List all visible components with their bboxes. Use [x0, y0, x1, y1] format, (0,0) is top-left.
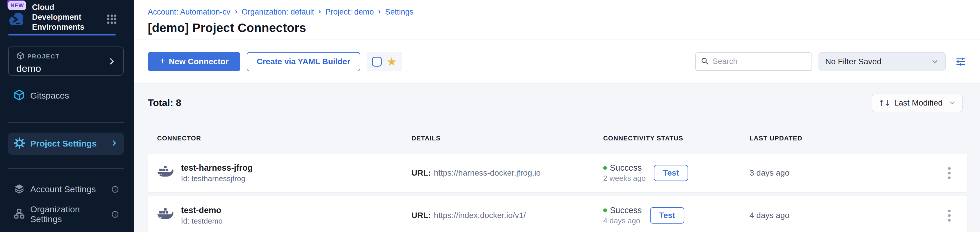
last-updated: 4 days ago: [749, 196, 931, 232]
sort-dropdown[interactable]: ↑↓ Last Modified: [872, 94, 963, 112]
layers-gear-icon: [13, 183, 25, 195]
gear-icon: [14, 138, 25, 150]
favorites-filter-group: ★: [367, 52, 402, 71]
star-icon[interactable]: ★: [387, 56, 397, 67]
connector-list-area: Total: 8 ↑↓ Last Modified CONNECTOR DETA…: [134, 83, 980, 232]
new-connector-button[interactable]: + New Connector: [148, 52, 240, 71]
connector-row[interactable]: test-harness-jfrog Id: testharnessjfrog …: [148, 154, 967, 192]
docker-whale-icon: [157, 165, 174, 181]
main-content: Account: Automation-cv › Organization: d…: [134, 0, 980, 232]
sidebar-divider: [8, 122, 124, 123]
column-header-details: DETAILS: [411, 135, 603, 142]
search-icon: [700, 57, 709, 67]
page-title: [demo] Project Connectors: [148, 21, 980, 35]
connector-name: test-harness-jfrog: [181, 163, 253, 173]
connector-id: Id: testharnessjfrog: [181, 174, 253, 183]
sidebar-divider: [8, 168, 124, 168]
success-status-dot: [603, 208, 607, 212]
breadcrumb-separator-icon: ›: [235, 7, 237, 16]
connector-id: Id: testdemo: [181, 216, 223, 226]
chevron-right-icon: [110, 139, 118, 148]
sidebar-item-label: Project Settings: [30, 139, 97, 149]
project-label: PROJECT: [27, 53, 60, 60]
project-cube-icon: [16, 52, 24, 61]
test-connection-button[interactable]: Test: [654, 165, 688, 181]
last-updated: 3 days ago: [749, 154, 931, 192]
search-input[interactable]: [713, 57, 807, 66]
breadcrumb-account-link[interactable]: Account: Automation-cv: [148, 8, 231, 17]
url-label: URL:: [411, 168, 431, 178]
new-badge: NEW: [8, 1, 26, 10]
status-time: 4 days ago: [603, 216, 642, 225]
saved-filter-dropdown[interactable]: No Filter Saved: [819, 52, 946, 71]
page-header: Account: Automation-cv › Organization: d…: [134, 0, 980, 40]
table-header: CONNECTOR DETAILS CONNECTIVITY STATUS LA…: [148, 135, 967, 142]
docker-whale-icon: [157, 208, 174, 223]
sidebar: NEW Cloud Development Environments: [0, 0, 134, 232]
saved-filter-value: No Filter Saved: [825, 57, 881, 66]
sidebar-item-gitspaces[interactable]: Gitspaces: [8, 87, 124, 104]
chevron-right-icon: [107, 57, 116, 67]
sidebar-item-account-settings[interactable]: Account Settings: [8, 181, 124, 198]
row-menu-dots-icon[interactable]: [945, 207, 953, 224]
sidebar-item-label: Gitspaces: [30, 91, 69, 100]
column-header-last-updated: LAST UPDATED: [749, 135, 931, 142]
breadcrumb: Account: Automation-cv › Organization: d…: [148, 8, 980, 17]
breadcrumb-organization-link[interactable]: Organization: default: [242, 8, 314, 17]
plus-icon: +: [159, 55, 165, 67]
row-menu-dots-icon[interactable]: [945, 164, 953, 182]
sidebar-item-organization-settings[interactable]: Organization Settings: [8, 206, 124, 223]
brand-title: Cloud Development Environments: [32, 2, 105, 32]
breadcrumb-project-link[interactable]: Project: demo: [325, 8, 374, 17]
test-connection-button[interactable]: Test: [650, 207, 684, 224]
success-status-dot: [603, 166, 607, 170]
chevron-down-icon: [931, 57, 939, 66]
search-box: [695, 52, 812, 71]
connector-url: https://harness-docker.jfrog.io: [434, 168, 541, 178]
connector-row[interactable]: test-demo Id: testdemo URL: https://inde…: [148, 196, 967, 232]
sidebar-item-label: Account Settings: [30, 184, 96, 194]
chevron-down-icon: [948, 99, 956, 107]
status-time: 2 weeks ago: [603, 174, 646, 183]
breadcrumb-settings-link[interactable]: Settings: [385, 8, 414, 17]
sort-arrows-icon: ↑↓: [878, 98, 890, 108]
connector-name: test-demo: [181, 205, 223, 215]
gitspaces-cube-icon: [13, 89, 25, 102]
breadcrumb-separator-icon: ›: [319, 7, 321, 16]
sort-value: Last Modified: [894, 98, 943, 108]
favorites-checkbox[interactable]: [372, 57, 382, 67]
connector-url: https://index.docker.io/v1/: [434, 211, 526, 220]
project-selector[interactable]: PROJECT demo: [8, 46, 124, 76]
breadcrumb-separator-icon: ›: [378, 7, 381, 16]
sidebar-item-label: Organization Settings: [30, 204, 106, 224]
filter-sliders-icon[interactable]: [956, 57, 966, 66]
url-label: URL:: [411, 211, 431, 220]
column-header-connector: CONNECTOR: [148, 135, 411, 142]
info-icon[interactable]: [111, 210, 119, 218]
sidebar-item-project-settings[interactable]: Project Settings: [8, 133, 124, 155]
project-name: demo: [16, 63, 117, 74]
column-header-connectivity-status: CONNECTIVITY STATUS: [603, 135, 749, 142]
app-root: NEW Cloud Development Environments: [0, 0, 980, 232]
org-chart-gear-icon: [13, 208, 25, 221]
create-via-yaml-builder-button[interactable]: Create via YAML Builder: [247, 52, 360, 71]
app-switcher-grid-icon[interactable]: [107, 14, 116, 24]
info-icon[interactable]: [111, 186, 119, 193]
brand-underline: [8, 34, 116, 35]
cloud-dev-environments-logo: [8, 11, 25, 28]
total-count: Total: 8: [148, 97, 181, 108]
toolbar: + New Connector Create via YAML Builder …: [134, 40, 980, 83]
status-text: Success: [610, 205, 642, 215]
status-text: Success: [610, 163, 642, 173]
